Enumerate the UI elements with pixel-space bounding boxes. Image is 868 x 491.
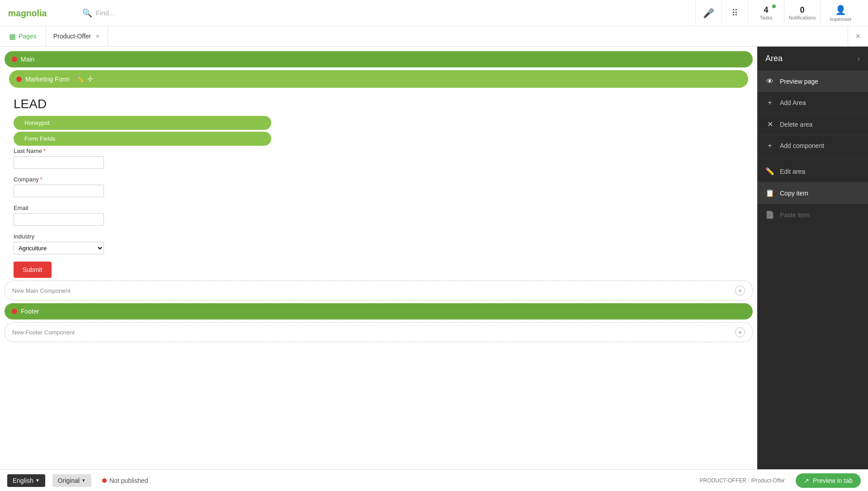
delete-area-item[interactable]: ✕ Delete area <box>757 114 868 135</box>
footer-area-bar[interactable]: Footer <box>5 303 753 319</box>
apps-grid-button[interactable]: ⠿ <box>722 0 748 26</box>
tasks-label: Tasks <box>760 15 772 20</box>
preview-tab-icon: ↗ <box>804 477 809 484</box>
not-published-dot <box>102 478 107 483</box>
not-published-status: Not published <box>102 477 148 484</box>
pages-icon: ▦ <box>9 32 16 41</box>
company-group: Company * <box>14 176 744 197</box>
panel-divider-1 <box>757 158 868 159</box>
company-input[interactable] <box>14 185 104 197</box>
edit-area-label: Edit area <box>780 168 805 175</box>
main-area-label: Main <box>21 56 34 63</box>
not-published-label: Not published <box>109 477 148 484</box>
last-name-group: Last Name * <box>14 148 744 169</box>
tabbar: ▦ Pages Product-Offer × × <box>0 26 868 47</box>
edit-icon[interactable]: ✏️ <box>76 76 84 83</box>
topbar-right: 🎤 ⠿ 4 Tasks 0 Notifications 👤 superuser <box>695 0 861 26</box>
magnolia-logo: magnolia <box>7 6 57 20</box>
new-footer-component[interactable]: New Footer Component + <box>5 322 753 342</box>
add-component-item[interactable]: + Add component <box>757 135 868 157</box>
form-fields-bar[interactable]: Form Fields <box>14 132 271 146</box>
marketing-form-dot <box>16 76 22 82</box>
original-arrow: ▼ <box>81 478 86 483</box>
add-area-item[interactable]: + Add Area <box>757 92 868 114</box>
tasks-count: 4 <box>764 5 768 15</box>
preview-page-icon: 👁 <box>765 77 774 86</box>
new-main-component-label: New Main Component <box>12 287 71 294</box>
footer-area-label: Footer <box>21 308 39 315</box>
industry-select[interactable]: Agriculture <box>14 242 104 254</box>
footer-dot <box>12 309 17 314</box>
svg-text:magnolia: magnolia <box>8 8 47 18</box>
panel-header: Area › <box>757 47 868 71</box>
delete-area-label: Delete area <box>780 121 812 128</box>
active-tab-label: Product-Offer <box>53 33 91 40</box>
main-area-bar[interactable]: Main <box>5 51 753 67</box>
main-dot <box>12 57 17 62</box>
language-label: English <box>13 477 33 484</box>
lead-title: LEAD <box>14 97 744 111</box>
copy-item-label: Copy item <box>780 190 808 197</box>
company-label: Company * <box>14 176 744 183</box>
pages-tab[interactable]: ▦ Pages <box>0 26 46 46</box>
close-tab-button[interactable]: × <box>94 32 100 41</box>
notifications-label: Notifications <box>789 15 816 20</box>
honeypot-label: Honeypot <box>24 119 50 126</box>
logo: magnolia <box>7 6 75 20</box>
company-required: * <box>40 176 42 183</box>
marketing-form-bar[interactable]: Marketing Form ✏️ ✛ <box>9 70 748 88</box>
copy-item-item[interactable]: 📋 Copy item <box>757 182 868 204</box>
topbar: magnolia 🔍 Find... 🎤 ⠿ 4 Tasks 0 Notific… <box>0 0 868 26</box>
language-button[interactable]: English ▼ <box>7 474 45 487</box>
user-label: superuser <box>830 16 852 22</box>
delete-area-icon: ✕ <box>765 120 774 129</box>
paste-item-label: Paste item <box>780 211 810 219</box>
preview-page-item[interactable]: 👁 Preview page <box>757 71 868 92</box>
page-area: Main Marketing Form ✏️ ✛ LEAD Honeypot F… <box>0 47 757 469</box>
path-info: PRODUCT-OFFER · /Product-Offer <box>700 477 785 484</box>
user-icon: 👤 <box>835 5 846 15</box>
pages-tab-label: Pages <box>19 33 37 40</box>
main-layout: Main Marketing Form ✏️ ✛ LEAD Honeypot F… <box>0 47 868 469</box>
preview-page-label: Preview page <box>780 78 818 85</box>
panel-collapse-button[interactable]: › <box>858 55 860 63</box>
marketing-form-label: Marketing Form <box>25 76 70 83</box>
tasks-dot <box>772 5 776 8</box>
add-footer-component-button[interactable]: + <box>735 327 745 337</box>
original-button[interactable]: Original ▼ <box>52 474 91 487</box>
email-label: Email <box>14 205 744 211</box>
add-component-icon: + <box>765 142 774 150</box>
paste-item-item[interactable]: 📄 Paste item <box>757 204 868 226</box>
search-bar[interactable]: 🔍 Find... <box>82 8 688 18</box>
panel-title: Area <box>765 54 783 63</box>
close-panel-button[interactable]: × <box>848 26 868 47</box>
tasks-button[interactable]: 4 Tasks <box>748 0 784 26</box>
notifications-count: 0 <box>800 5 804 15</box>
email-group: Email <box>14 205 744 226</box>
microphone-button[interactable]: 🎤 <box>695 0 722 26</box>
user-menu-button[interactable]: 👤 superuser <box>820 0 861 26</box>
add-area-icon: + <box>765 99 774 107</box>
copy-item-icon: 📋 <box>765 189 774 197</box>
add-component-label: Add component <box>780 142 824 149</box>
last-name-input[interactable] <box>14 156 104 169</box>
new-main-component[interactable]: New Main Component + <box>5 281 753 300</box>
honeypot-bar[interactable]: Honeypot <box>14 116 271 130</box>
submit-button[interactable]: Submit <box>14 262 52 278</box>
add-main-component-button[interactable]: + <box>735 286 745 296</box>
search-icon: 🔍 <box>82 8 92 18</box>
move-icon[interactable]: ✛ <box>87 75 93 83</box>
right-panel: Area › 👁 Preview page + Add Area ✕ Delet… <box>757 47 868 469</box>
form-fields-label: Form Fields <box>24 135 56 142</box>
last-name-label: Last Name * <box>14 148 744 154</box>
edit-area-item[interactable]: ✏️ Edit area <box>757 161 868 182</box>
notifications-button[interactable]: 0 Notifications <box>784 0 820 26</box>
preview-in-tab-button[interactable]: ↗ Preview in tab <box>796 473 861 488</box>
bottombar: English ▼ Original ▼ Not published PRODU… <box>0 469 868 491</box>
new-footer-component-label: New Footer Component <box>12 329 75 336</box>
email-input[interactable] <box>14 213 104 226</box>
product-offer-tab[interactable]: Product-Offer × <box>46 26 108 46</box>
add-area-label: Add Area <box>780 99 806 106</box>
paste-item-icon: 📄 <box>765 210 774 219</box>
preview-tab-label: Preview in tab <box>813 477 853 484</box>
